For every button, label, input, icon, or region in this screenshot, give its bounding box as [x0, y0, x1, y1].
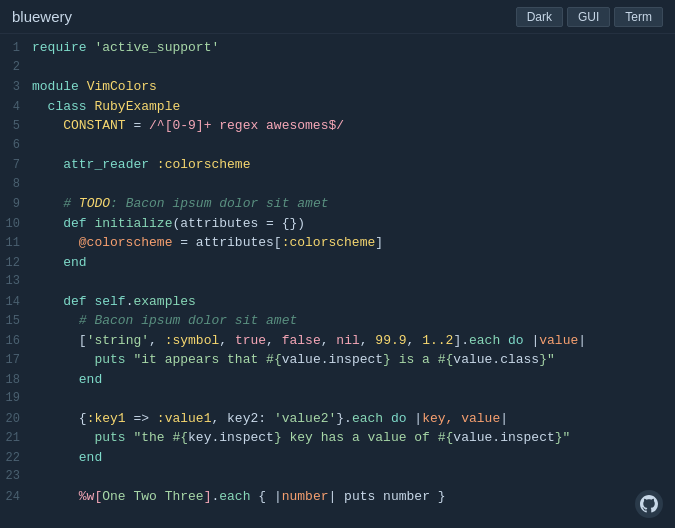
github-icon[interactable]: [635, 490, 663, 518]
line-number: 20: [0, 410, 32, 430]
code-lines: 1require 'active_support'23module VimCol…: [0, 38, 675, 506]
code-line: 6: [0, 136, 675, 156]
line-number: 8: [0, 175, 32, 195]
header-buttons: DarkGUITerm: [516, 7, 663, 27]
line-content: end: [32, 448, 675, 468]
code-line: 11 @colorscheme = attributes[:colorschem…: [0, 233, 675, 253]
code-line: 23: [0, 467, 675, 487]
code-line: 4 class RubyExample: [0, 97, 675, 117]
line-content: # TODO: Bacon ipsum dolor sit amet: [32, 194, 675, 214]
code-line: 17 puts "it appears that #{value.inspect…: [0, 350, 675, 370]
code-line: 1require 'active_support': [0, 38, 675, 58]
app-title: bluewery: [12, 8, 72, 25]
code-line: 9 # TODO: Bacon ipsum dolor sit amet: [0, 194, 675, 214]
gui-button[interactable]: GUI: [567, 7, 610, 27]
line-content: %w[One Two Three].each { |number| puts n…: [32, 487, 675, 507]
code-line: 13: [0, 272, 675, 292]
line-content: CONSTANT = /^[0-9]+ regex awesomes$/: [32, 116, 675, 136]
line-number: 14: [0, 293, 32, 313]
line-number: 7: [0, 156, 32, 176]
header: bluewery DarkGUITerm: [0, 0, 675, 34]
line-number: 18: [0, 371, 32, 391]
line-number: 13: [0, 272, 32, 292]
line-number: 10: [0, 215, 32, 235]
line-number: 3: [0, 78, 32, 98]
line-content: @colorscheme = attributes[:colorscheme]: [32, 233, 675, 253]
line-number: 1: [0, 39, 32, 59]
line-number: 11: [0, 234, 32, 254]
code-line: 10 def initialize(attributes = {}): [0, 214, 675, 234]
line-content: puts "it appears that #{value.inspect} i…: [32, 350, 675, 370]
code-line: 16 ['string', :symbol, true, false, nil,…: [0, 331, 675, 351]
line-content: def self.examples: [32, 292, 675, 312]
code-line: 12 end: [0, 253, 675, 273]
line-content: # Bacon ipsum dolor sit amet: [32, 311, 675, 331]
code-line: 20 {:key1 => :value1, key2: 'value2'}.ea…: [0, 409, 675, 429]
line-content: class RubyExample: [32, 97, 675, 117]
code-line: 19: [0, 389, 675, 409]
code-line: 2: [0, 58, 675, 78]
line-number: 22: [0, 449, 32, 469]
code-area: 1require 'active_support'23module VimCol…: [0, 34, 675, 528]
line-content: module VimColors: [32, 77, 675, 97]
line-content: end: [32, 253, 675, 273]
line-number: 24: [0, 488, 32, 508]
line-number: 15: [0, 312, 32, 332]
line-content: def initialize(attributes = {}): [32, 214, 675, 234]
line-number: 23: [0, 467, 32, 487]
line-content: {:key1 => :value1, key2: 'value2'}.each …: [32, 409, 675, 429]
term-button[interactable]: Term: [614, 7, 663, 27]
line-number: 4: [0, 98, 32, 118]
code-line: 5 CONSTANT = /^[0-9]+ regex awesomes$/: [0, 116, 675, 136]
code-line: 14 def self.examples: [0, 292, 675, 312]
line-content: attr_reader :colorscheme: [32, 155, 675, 175]
line-number: 21: [0, 429, 32, 449]
line-content: ['string', :symbol, true, false, nil, 99…: [32, 331, 675, 351]
line-content: require 'active_support': [32, 38, 675, 58]
line-number: 16: [0, 332, 32, 352]
code-line: 24 %w[One Two Three].each { |number| put…: [0, 487, 675, 507]
dark-button[interactable]: Dark: [516, 7, 563, 27]
line-number: 2: [0, 58, 32, 78]
line-number: 9: [0, 195, 32, 215]
line-content: end: [32, 370, 675, 390]
code-line: 7 attr_reader :colorscheme: [0, 155, 675, 175]
code-line: 15 # Bacon ipsum dolor sit amet: [0, 311, 675, 331]
line-number: 17: [0, 351, 32, 371]
line-number: 5: [0, 117, 32, 137]
code-line: 18 end: [0, 370, 675, 390]
code-line: 3module VimColors: [0, 77, 675, 97]
code-line: 21 puts "the #{key.inspect} key has a va…: [0, 428, 675, 448]
code-line: 8: [0, 175, 675, 195]
line-number: 6: [0, 136, 32, 156]
line-number: 12: [0, 254, 32, 274]
line-number: 19: [0, 389, 32, 409]
code-line: 22 end: [0, 448, 675, 468]
line-content: puts "the #{key.inspect} key has a value…: [32, 428, 675, 448]
